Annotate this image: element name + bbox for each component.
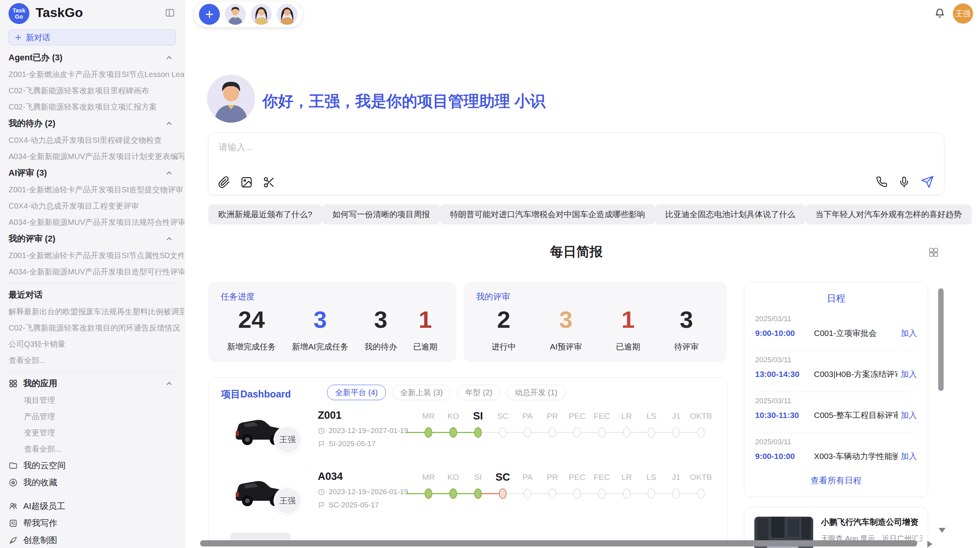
suggestion-chip[interactable]: 欧洲新规最近颁布了什么? xyxy=(208,204,322,224)
view-all-schedule-link[interactable]: 查看所有日程 xyxy=(744,475,928,486)
sidebar-item[interactable]: 公司Q3轻卡销量 xyxy=(9,336,184,352)
sidebar-item-view-all[interactable]: 查看全部... xyxy=(9,352,184,368)
avatar[interactable] xyxy=(225,4,246,25)
tab-new-platform[interactable]: 全新平台 (4) xyxy=(327,385,386,400)
tab-model-year[interactable]: 年型 (2) xyxy=(457,385,500,400)
sidebar-group-my-apps[interactable]: 我的应用 xyxy=(9,375,184,392)
project-row[interactable]: 王强 Z001 2023-12-19~2027-01-19 SI-2025-05… xyxy=(230,408,726,466)
sidebar-item[interactable]: Z001-全新燃油轻卡产品开发项目SI节点属性5D文件评审 xyxy=(9,247,184,264)
milestone-node-overdue xyxy=(499,488,507,499)
milestone-label: FEC xyxy=(589,469,614,485)
event-date: 2025/03/11 xyxy=(755,356,792,364)
stat-label: 我的待办 xyxy=(365,341,397,352)
plus-icon xyxy=(14,33,22,42)
suggestion-chip[interactable]: 特朗普可能对进口汽车增税会对中国车企造成哪些影响 xyxy=(440,204,655,224)
horizontal-scrollbar[interactable] xyxy=(200,540,917,546)
layout-grid-icon[interactable] xyxy=(928,247,939,258)
suggestion-chips: 欧洲新规最近颁布了什么? 如何写一份清晰的项目周报 特朗普可能对进口汽车增税会对… xyxy=(208,204,944,224)
sidebar-item-project-mgmt[interactable]: 项目管理 xyxy=(9,392,184,408)
sidebar-item[interactable]: 解释最新出台的欧盟报废车法规再生塑料比例被调至15%... xyxy=(9,303,184,320)
sidebar-item-ai-super-staff[interactable]: AI超级员工 xyxy=(9,498,184,515)
avatar[interactable] xyxy=(251,4,272,25)
tab-new-body[interactable]: 全新上装 (3) xyxy=(392,385,451,400)
sidebar-item[interactable]: Z001-全新燃油轻卡产品开发项目SI造型提交物评审 xyxy=(9,182,184,198)
stat-value: 1 xyxy=(413,306,437,334)
sidebar-item[interactable]: C0X4-动力总成开发项目SI里程碑提交物检查 xyxy=(9,132,184,148)
milestone-label: LS xyxy=(639,408,664,424)
sidebar-item-help-me-write[interactable]: 帮我写作 xyxy=(9,515,184,532)
new-chat-button[interactable]: 新对话 xyxy=(9,29,176,45)
schedule-event: 2025/03/11 10:30-11:30 C005-整车工程目标评审 加入 xyxy=(755,392,917,433)
event-time: 13:00-14:30 xyxy=(755,370,814,379)
vertical-scrollbar[interactable] xyxy=(938,288,944,391)
event-name: C005-整车工程目标评审 xyxy=(814,410,898,421)
sidebar-group-my-review[interactable]: 我的评审 (2) xyxy=(9,230,184,247)
milestone-label: KO xyxy=(441,469,466,485)
image-upload-icon[interactable] xyxy=(240,176,253,188)
sidebar-item[interactable]: A034-全新新能源MUV产品开发项目法规符合性评审 xyxy=(9,214,184,230)
schedule-list: 2025/03/11 9:00-10:00 C001-立项审批会 加入 2025… xyxy=(755,310,917,474)
notification-bell-icon[interactable] xyxy=(934,8,945,19)
stat: 24 新增完成任务 xyxy=(227,306,276,352)
screenshot-scissors-icon[interactable] xyxy=(263,176,275,188)
suggestion-chip[interactable]: 当下年轻人对汽车外观有怎样的喜好趋势 xyxy=(805,204,972,224)
people-icon xyxy=(9,502,18,511)
milestone-node xyxy=(573,488,581,499)
sidebar-item[interactable]: C02-飞腾新能源轻客改款项目立项汇报方案 xyxy=(9,99,184,115)
event-date: 2025/03/11 xyxy=(755,397,792,405)
stat-value: 3 xyxy=(365,306,397,334)
join-button[interactable]: 加入 xyxy=(901,328,917,339)
send-icon[interactable] xyxy=(921,175,934,188)
sidebar-item-change-mgmt[interactable]: 变更管理 xyxy=(9,425,184,441)
event-name: C003|H0B-方案冻结评审 xyxy=(814,369,898,380)
join-button[interactable]: 加入 xyxy=(901,451,917,462)
project-row[interactable]: 王强 A034 2023-12-19~2026-01-19 SC-2025-05… xyxy=(230,469,726,527)
sidebar-item[interactable]: C02-飞腾新能源轻客改款项目里程碑画布 xyxy=(9,82,184,99)
tab-powertrain[interactable]: 动总开发 (1) xyxy=(507,385,565,400)
card-title: 我的评审 xyxy=(476,291,510,303)
microphone-icon[interactable] xyxy=(898,176,910,188)
join-button[interactable]: 加入 xyxy=(901,369,917,380)
milestone-label: OKTB xyxy=(689,408,713,424)
chat-input[interactable] xyxy=(209,133,944,169)
sidebar-group-my-todo[interactable]: 我的待办 (2) xyxy=(9,115,184,132)
star-badge-icon xyxy=(9,478,18,487)
sidebar-item[interactable]: C0X4-动力总成开发项目工程变更评审 xyxy=(9,198,184,214)
avatar[interactable] xyxy=(277,4,298,25)
add-session-button[interactable] xyxy=(199,4,220,25)
stat-value: 3 xyxy=(550,306,582,334)
stat-value: 3 xyxy=(292,306,348,334)
sidebar-collapse-icon[interactable] xyxy=(165,8,175,18)
milestone-node xyxy=(499,427,507,438)
join-button[interactable]: 加入 xyxy=(901,410,917,421)
scroll-right-arrow[interactable] xyxy=(927,541,932,548)
sidebar-item-creative-drawing[interactable]: 创意制图 xyxy=(9,532,184,548)
user-avatar[interactable]: 王强 xyxy=(953,3,973,24)
voice-call-icon[interactable] xyxy=(876,176,887,188)
stats-row: 2 进行中 3 AI预评审 1 已逾期 3 待评审 xyxy=(464,306,726,352)
sidebar-header: Task Go TaskGo xyxy=(0,0,184,27)
sidebar-item[interactable]: C02-飞腾新能源轻客改款项目的闭环通告反馈情况 xyxy=(9,320,184,336)
suggestion-chip[interactable]: 比亚迪全固态电池计划具体说了什么 xyxy=(655,204,805,224)
project-code: Z001 xyxy=(318,409,342,421)
app-logo-line2: Go xyxy=(15,14,23,20)
stat: 3 待评审 xyxy=(674,306,699,352)
sidebar-item[interactable]: Z001-全新燃油皮卡产品开发项目SI节点Lesson Learn报告 xyxy=(9,66,184,82)
divider xyxy=(9,372,176,372)
sidebar-item-view-all-apps[interactable]: 查看全部... xyxy=(9,441,184,457)
news-title: 小鹏飞行汽车制造公司增资 xyxy=(821,517,921,527)
event-time: 9:00-10:00 xyxy=(755,452,814,461)
milestone-node xyxy=(524,488,531,499)
sidebar-item[interactable]: A034-全新新能源MUV产品开发项目计划变更表编写 xyxy=(9,148,184,164)
sidebar-item-favorites[interactable]: 我的收藏 xyxy=(9,474,184,491)
sidebar-item[interactable]: A034-全新新能源MUV产品开发项目造型可行性评审 xyxy=(9,264,184,280)
suggestion-chip[interactable]: 如何写一份清晰的项目周报 xyxy=(322,204,440,224)
scroll-down-arrow[interactable] xyxy=(939,528,946,533)
plus-icon xyxy=(204,9,215,20)
attachment-icon[interactable] xyxy=(218,176,230,188)
schedule-event: 2025/03/11 9:00-10:00 X003-车辆动力学性能验... 加… xyxy=(755,433,917,474)
sidebar-group-ai-review[interactable]: AI评审 (3) xyxy=(9,164,184,182)
sidebar-item-cloud-space[interactable]: 我的云空间 xyxy=(9,457,184,474)
sidebar-group-agent-done[interactable]: Agent已办 (3) xyxy=(9,49,184,66)
sidebar-item-product-mgmt[interactable]: 产品管理 xyxy=(9,408,184,425)
